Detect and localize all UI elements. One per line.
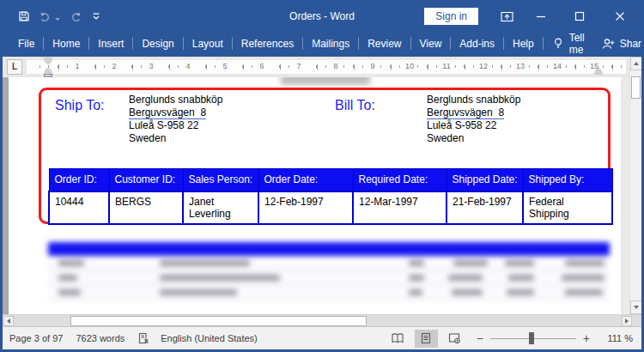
- address-line[interactable]: Berguvsvägen 8: [427, 106, 504, 119]
- sign-in-button[interactable]: Sign in: [424, 8, 478, 25]
- address-line[interactable]: Berguvsvägen 8: [129, 106, 206, 119]
- orders-table[interactable]: Order ID:Customer ID:Sales Person:Order …: [48, 168, 613, 225]
- ribbon-tab-add-ins[interactable]: Add-ins: [451, 30, 503, 57]
- page-edge-background-right: [621, 77, 629, 314]
- web-layout-icon[interactable]: [443, 330, 466, 348]
- language-indicator[interactable]: English (United States): [161, 333, 258, 343]
- first-line-indent-marker[interactable]: [44, 58, 52, 64]
- tab-stop-selector[interactable]: L: [7, 59, 22, 75]
- ribbon-tab-references[interactable]: References: [233, 30, 302, 57]
- zoom-out-button[interactable]: −: [471, 332, 489, 344]
- ship-to-label[interactable]: Ship To:: [55, 98, 105, 113]
- table-header-cell[interactable]: Sales Person:: [183, 169, 258, 192]
- ruler-number: 4: [184, 62, 191, 71]
- table-header-cell[interactable]: Order Date:: [258, 169, 353, 192]
- ruler-number: 10: [404, 62, 416, 71]
- vertical-scrollbar[interactable]: [629, 57, 641, 314]
- page-indicator[interactable]: Page 3 of 97: [9, 333, 63, 343]
- ribbon-tab-layout[interactable]: Layout: [184, 30, 232, 57]
- table-cell[interactable]: BERGS: [109, 191, 183, 224]
- ribbon-display-options-icon[interactable]: [494, 5, 519, 27]
- undo-icon[interactable]: [39, 10, 52, 22]
- ribbon-tab-home[interactable]: Home: [44, 30, 88, 57]
- table-cell[interactable]: 12-Mar-1997: [353, 191, 447, 224]
- horizontal-scrollbar-thumb[interactable]: [70, 316, 367, 326]
- titlebar-right: Sign in: [424, 5, 635, 27]
- hanging-indent-marker[interactable]: [44, 68, 52, 74]
- scroll-up-icon[interactable]: [630, 57, 642, 70]
- bill-to-label[interactable]: Bill To:: [335, 98, 375, 113]
- table-header-cell[interactable]: Required Date:: [353, 169, 447, 192]
- ribbon-tab-design[interactable]: Design: [133, 30, 182, 57]
- redo-icon[interactable]: [70, 10, 82, 22]
- address-line[interactable]: Luleå S-958 22: [129, 119, 198, 131]
- blurred-table-header: [48, 242, 610, 256]
- word-count[interactable]: 7623 words: [76, 333, 125, 343]
- minimize-icon[interactable]: [528, 5, 554, 27]
- ruler-number: 5: [221, 62, 228, 71]
- share-button[interactable]: Share: [593, 30, 644, 57]
- tell-me-label: Tell me: [569, 32, 585, 56]
- address-line[interactable]: Sweden: [129, 132, 166, 144]
- proofing-error-icon[interactable]: [137, 332, 149, 344]
- ribbon-tabs: FileHomeInsertDesignLayoutReferencesMail…: [9, 30, 544, 57]
- address-line[interactable]: Luleå S-958 22: [427, 119, 496, 131]
- ribbon-tab-view[interactable]: View: [411, 30, 451, 57]
- table-header-cell[interactable]: Shipped By:: [523, 169, 612, 192]
- table-header-cell[interactable]: Shipped Date:: [447, 169, 523, 192]
- print-layout-icon[interactable]: [415, 330, 438, 348]
- scroll-down-icon[interactable]: [630, 300, 642, 314]
- bill-to-address[interactable]: Berglunds snabbköpBerguvsvägen 8Luleå S-…: [427, 94, 520, 145]
- ribbon-tab-file[interactable]: File: [9, 30, 43, 57]
- ribbon-tab-review[interactable]: Review: [359, 30, 410, 57]
- table-header-cell[interactable]: Customer ID:: [109, 169, 183, 192]
- zoom-control: − + 111 %: [471, 332, 633, 344]
- ruler-row: L 123456789101112131415: [3, 57, 641, 77]
- close-icon[interactable]: [607, 5, 633, 27]
- table-header-cell[interactable]: Order ID:: [49, 169, 109, 192]
- save-icon[interactable]: [18, 10, 30, 22]
- address-line[interactable]: Berglunds snabbköp: [129, 94, 222, 106]
- document-area: Ship To: Berglunds snabbköpBerguvsvägen …: [3, 77, 641, 314]
- zoom-in-button[interactable]: +: [578, 332, 595, 344]
- read-mode-icon[interactable]: [386, 330, 410, 348]
- table-cell[interactable]: Federal Shipping: [523, 191, 612, 224]
- tell-me-button[interactable]: Tell me: [544, 30, 593, 57]
- maximize-icon[interactable]: [567, 5, 592, 27]
- ribbon-tab-insert[interactable]: Insert: [89, 30, 132, 57]
- zoom-level[interactable]: 111 %: [604, 333, 633, 343]
- zoom-slider[interactable]: [490, 332, 576, 344]
- table-cell[interactable]: 21-Feb-1997: [447, 191, 523, 224]
- tab-stop-icon: L: [12, 63, 17, 71]
- ruler-number: 8: [331, 62, 339, 71]
- ruler-number: 13: [514, 62, 526, 71]
- ribbon-tab-row: FileHomeInsertDesignLayoutReferencesMail…: [3, 30, 641, 57]
- undo-dropdown-icon[interactable]: [55, 18, 60, 21]
- customize-qat-icon[interactable]: [91, 11, 101, 21]
- ribbon-tab-help[interactable]: Help: [504, 30, 543, 57]
- address-line[interactable]: Berglunds snabbköp: [427, 94, 520, 106]
- vertical-scrollbar-thumb[interactable]: [631, 76, 641, 99]
- table-cell[interactable]: 12-Feb-1997: [258, 191, 353, 224]
- scroll-right-icon[interactable]: [622, 316, 632, 326]
- address-line[interactable]: Sweden: [427, 132, 464, 144]
- horizontal-scrollbar[interactable]: [3, 314, 641, 326]
- ribbon-tab-mailings[interactable]: Mailings: [303, 30, 358, 57]
- page-edge-background: [3, 77, 9, 314]
- ruler-number: 6: [258, 62, 265, 71]
- blurred-table: [48, 242, 610, 304]
- quick-access-toolbar: [18, 10, 101, 22]
- ruler-number: 2: [110, 62, 118, 71]
- table-cell[interactable]: Janet Leverling: [183, 191, 258, 224]
- horizontal-ruler[interactable]: 123456789101112131415: [27, 60, 626, 74]
- ruler-number: 14: [551, 62, 563, 71]
- word-window: Orders - Word Sign in FileHomeInsertDesi…: [0, 0, 644, 352]
- zoom-slider-thumb[interactable]: [529, 332, 534, 344]
- blurred-content-top: [281, 77, 370, 85]
- ship-to-address[interactable]: Berglunds snabbköpBerguvsvägen 8Luleå S-…: [129, 94, 222, 145]
- ruler-number: 7: [295, 62, 302, 71]
- person-add-icon: [602, 38, 615, 50]
- right-indent-marker[interactable]: [594, 68, 603, 74]
- scroll-left-icon[interactable]: [3, 316, 14, 326]
- table-cell[interactable]: 10444: [49, 191, 109, 224]
